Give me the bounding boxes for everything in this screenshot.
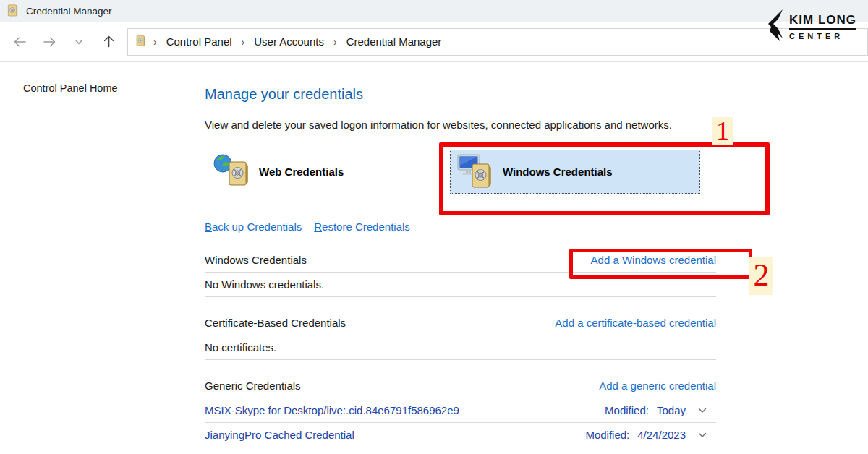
page-title: Manage your credentials (205, 86, 868, 103)
back-button[interactable] (10, 33, 29, 51)
annotation-number-1: 1 (712, 117, 733, 145)
web-credentials-icon (213, 153, 250, 192)
breadcrumb-separator-icon: › (331, 36, 340, 48)
logo-arrow-icon (765, 9, 784, 44)
section-title: Generic Credentials (205, 379, 301, 393)
credential-row[interactable]: JianyingPro Cached Credential Modified: … (205, 423, 716, 447)
vault-icon (7, 3, 19, 20)
empty-state-text: No certificates. (205, 335, 716, 360)
credential-modified: Modified: 4/24/2023 (585, 428, 686, 442)
generic-credentials-section: Generic Credentials Add a generic creden… (205, 374, 716, 454)
logo-text: KIM LONG CENTER (789, 13, 856, 40)
breadcrumb-credential-manager[interactable]: Credential Manager (344, 35, 444, 48)
breadcrumb-separator-icon: › (239, 36, 248, 48)
breadcrumb-control-panel[interactable]: Control Panel (164, 35, 234, 48)
recent-locations-chevron-icon[interactable] (69, 33, 88, 51)
web-credentials-label: Web Credentials (259, 166, 344, 178)
credential-name-link[interactable]: JianyingPro Cached Credential (205, 428, 354, 442)
vault-icon (135, 34, 146, 49)
add-certificate-credential-link[interactable]: Add a certificate-based credential (555, 316, 716, 330)
back-up-credentials-link[interactable]: Back up Credentials (205, 220, 302, 233)
kim-long-center-logo: KIM LONG CENTER (765, 9, 856, 44)
window-title: Credential Manager (26, 6, 112, 17)
breadcrumb-separator-icon: › (150, 36, 160, 48)
page-description: View and delete your saved logon informa… (205, 119, 868, 131)
navigation-toolbar: › Control Panel › User Accounts › Creden… (0, 22, 868, 62)
sidebar-item-control-panel-home[interactable]: Control Panel Home (23, 82, 118, 94)
credential-row[interactable]: MicrosoftAccount:user=...131100@... Modi… (205, 447, 716, 454)
address-bar[interactable]: › Control Panel › User Accounts › Creden… (127, 28, 868, 56)
backup-restore-links: Back up Credentials Restore Credentials (205, 220, 868, 233)
up-button[interactable] (99, 33, 118, 51)
annotation-box-step2 (569, 249, 752, 279)
logo-line2: CENTER (789, 32, 856, 40)
certificate-credentials-section: Certificate-Based Credentials Add a cert… (205, 311, 716, 360)
credential-manager-window: Credential Manager (0, 0, 868, 454)
credential-row[interactable]: MSIX-Skype for Desktop/live:.cid.84e6791… (205, 398, 716, 423)
expand-chevron-icon[interactable] (697, 432, 707, 439)
logo-line1: KIM LONG (789, 13, 856, 30)
nav-button-group (0, 33, 127, 51)
breadcrumb-user-accounts[interactable]: User Accounts (252, 35, 326, 48)
annotation-number-2: 2 (749, 257, 773, 295)
add-generic-credential-link[interactable]: Add a generic credential (599, 379, 716, 393)
expand-chevron-icon[interactable] (697, 407, 707, 414)
sidebar: Control Panel Home (0, 62, 199, 453)
section-title: Windows Credentials (205, 253, 307, 267)
credential-modified: Modified: Today (605, 403, 686, 417)
credential-name-link[interactable]: MSIX-Skype for Desktop/live:.cid.84e6791… (205, 403, 459, 417)
restore-credentials-link[interactable]: Restore Credentials (314, 220, 410, 233)
web-credentials-card[interactable]: Web Credentials (207, 150, 438, 194)
annotation-box-step1 (439, 142, 770, 215)
window-titlebar: Credential Manager (0, 0, 868, 22)
section-title: Certificate-Based Credentials (205, 316, 346, 330)
forward-button[interactable] (40, 33, 59, 51)
